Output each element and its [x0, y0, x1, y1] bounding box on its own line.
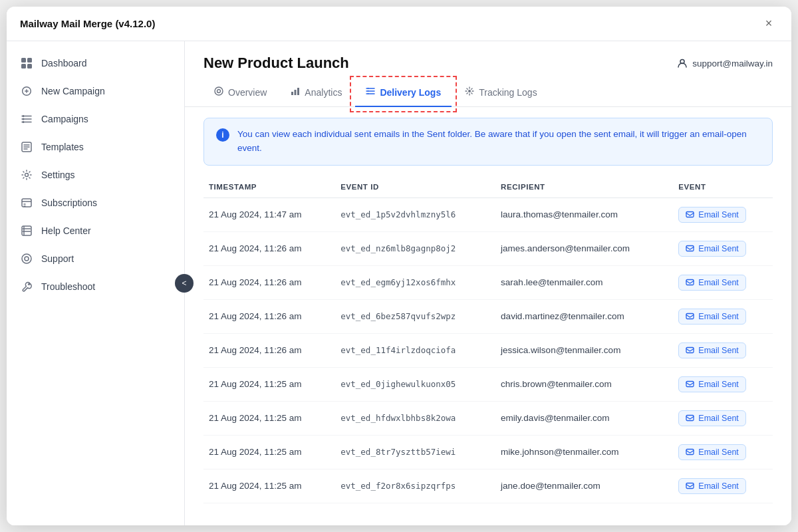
svg-rect-22	[686, 280, 694, 285]
sidebar-item-label: Help Center	[41, 225, 91, 236]
event-badge: Email Sent	[678, 376, 745, 392]
new-campaign-icon	[20, 84, 33, 98]
cell-recipient: laura.thomas@tenmailer.com	[495, 198, 673, 231]
sidebar-toggle-icon: <	[182, 279, 186, 288]
user-icon	[677, 58, 688, 68]
table-row: 21 Aug 2024, 11:25 am evt_ed_0jighewulku…	[203, 367, 773, 401]
cell-timestamp: 21 Aug 2024, 11:26 am	[203, 265, 335, 299]
cell-timestamp: 21 Aug 2024, 11:26 am	[203, 299, 335, 333]
tab-analytics[interactable]: Analytics	[280, 81, 352, 107]
svg-point-14	[215, 87, 223, 95]
support-icon	[20, 252, 33, 265]
event-badge: Email Sent	[678, 275, 745, 291]
cell-event: Email Sent	[673, 333, 773, 367]
sidebar-item-label: Subscriptions	[41, 198, 97, 208]
tracking-logs-tab-icon	[465, 86, 474, 98]
subscriptions-icon	[20, 196, 33, 209]
settings-icon	[20, 168, 33, 182]
sidebar-item-subscriptions[interactable]: Subscriptions	[7, 189, 184, 217]
table-row: 21 Aug 2024, 11:26 am evt_ed_egm6yj12xos…	[203, 265, 773, 299]
sidebar-item-support[interactable]: Support	[7, 245, 184, 273]
cell-event: Email Sent	[673, 401, 773, 435]
sidebar-item-label: Dashboard	[41, 58, 87, 68]
col-recipient: RECIPIENT	[495, 176, 673, 198]
tab-overview[interactable]: Overview	[203, 81, 277, 107]
cell-event-id: evt_ed_nz6mlb8gagnp8oj2	[335, 231, 495, 265]
sidebar-item-label: Campaigns	[41, 114, 88, 124]
delivery-logs-tab-icon	[366, 86, 375, 98]
sidebar-item-label: Support	[41, 253, 74, 264]
cell-event: Email Sent	[673, 299, 773, 333]
info-banner: i You can view each individual sent emai…	[203, 118, 773, 166]
col-timestamp: TIMESTAMP	[203, 176, 335, 198]
cell-recipient: mike.johnson@tenmailer.com	[495, 435, 673, 469]
sidebar-item-label: Settings	[41, 170, 75, 180]
event-badge: Email Sent	[678, 207, 745, 223]
user-info: support@mailway.in	[677, 58, 773, 68]
svg-rect-2	[21, 64, 26, 68]
event-badge: Email Sent	[678, 410, 745, 426]
cell-recipient: david.martinez@tenmailer.com	[495, 299, 673, 333]
cell-timestamp: 21 Aug 2024, 11:26 am	[203, 231, 335, 265]
table-row: 21 Aug 2024, 11:26 am evt_ed_nz6mlb8gagn…	[203, 231, 773, 265]
delivery-logs-table-container[interactable]: TIMESTAMP EVENT ID RECIPIENT EVENT 21 Au…	[185, 176, 791, 525]
sidebar-item-label: Templates	[41, 142, 84, 152]
app-window: Mailway Mail Merge (v4.12.0) × Dashb	[7, 7, 791, 525]
svg-point-4	[23, 115, 25, 117]
sidebar-item-help-center[interactable]: Help Center	[7, 217, 184, 245]
table-row: 21 Aug 2024, 11:25 am evt_ed_f2or8x6sipz…	[203, 469, 773, 503]
sidebar-item-campaigns[interactable]: Campaigns	[7, 105, 184, 133]
cell-timestamp: 21 Aug 2024, 11:26 am	[203, 333, 335, 367]
cell-event-id: evt_ed_1p5v2dvhlmzny5l6	[335, 198, 495, 231]
sidebar-item-troubleshoot[interactable]: Troubleshoot	[7, 273, 184, 301]
cell-recipient: chris.brown@tenmailer.com	[495, 367, 673, 401]
table-row: 21 Aug 2024, 11:26 am evt_ed_11f4irlzdoq…	[203, 333, 773, 367]
svg-point-8	[25, 174, 29, 177]
cell-event-id: evt_ed_11f4irlzdoqciofa	[335, 333, 495, 367]
close-button[interactable]: ×	[759, 15, 778, 33]
cell-event: Email Sent	[673, 198, 773, 231]
overview-tab-icon	[214, 86, 223, 98]
sidebar-toggle-button[interactable]: <	[175, 274, 194, 293]
tab-tracking-logs[interactable]: Tracking Logs	[454, 81, 547, 107]
table-row: 21 Aug 2024, 11:47 am evt_ed_1p5v2dvhlmz…	[203, 198, 773, 231]
sidebar-item-new-campaign[interactable]: New Campaign	[7, 77, 184, 105]
table-row: 21 Aug 2024, 11:26 am evt_ed_6bez587qvuf…	[203, 299, 773, 333]
cell-timestamp: 21 Aug 2024, 11:25 am	[203, 469, 335, 503]
user-email: support@mailway.in	[692, 59, 773, 68]
event-badge: Email Sent	[678, 478, 745, 494]
sidebar-item-templates[interactable]: Templates	[7, 133, 184, 161]
svg-rect-27	[686, 450, 694, 455]
tab-delivery-logs[interactable]: Delivery Logs	[355, 81, 452, 107]
svg-rect-16	[291, 92, 293, 95]
table-row: 21 Aug 2024, 11:25 am evt_ed_8tr7yszttb5…	[203, 435, 773, 469]
sidebar: Dashboard New Campaign	[7, 41, 185, 525]
campaigns-icon	[20, 112, 33, 126]
col-event: EVENT	[673, 176, 773, 198]
main-layout: Dashboard New Campaign	[7, 41, 791, 525]
tab-delivery-logs-label: Delivery Logs	[380, 87, 441, 98]
svg-point-12	[25, 257, 29, 261]
svg-rect-0	[21, 58, 26, 63]
cell-event-id: evt_ed_6bez587qvufs2wpz	[335, 299, 495, 333]
svg-point-15	[217, 90, 221, 93]
event-badge: Email Sent	[678, 309, 745, 325]
cell-recipient: jessica.wilson@tenmailer.com	[495, 333, 673, 367]
svg-rect-24	[686, 348, 694, 353]
cell-recipient: sarah.lee@tenmailer.com	[495, 265, 673, 299]
cell-event: Email Sent	[673, 231, 773, 265]
cell-event-id: evt_ed_0jighewulkuonx05	[335, 367, 495, 401]
tabs-bar: Overview Analytics	[185, 72, 791, 107]
sidebar-item-settings[interactable]: Settings	[7, 161, 184, 189]
cell-timestamp: 21 Aug 2024, 11:25 am	[203, 401, 335, 435]
svg-rect-25	[686, 382, 694, 387]
cell-recipient: james.anderson@tenmailer.com	[495, 231, 673, 265]
main-content: New Product Launch support@mailway.in	[185, 41, 791, 525]
cell-event-id: evt_ed_8tr7yszttb57iewi	[335, 435, 495, 469]
delivery-logs-table: TIMESTAMP EVENT ID RECIPIENT EVENT 21 Au…	[203, 176, 773, 503]
sidebar-item-dashboard[interactable]: Dashboard	[7, 49, 184, 77]
cell-event-id: evt_ed_f2or8x6sipzqrfps	[335, 469, 495, 503]
tab-overview-label: Overview	[228, 87, 267, 98]
cell-timestamp: 21 Aug 2024, 11:47 am	[203, 198, 335, 231]
info-icon: i	[216, 128, 229, 142]
